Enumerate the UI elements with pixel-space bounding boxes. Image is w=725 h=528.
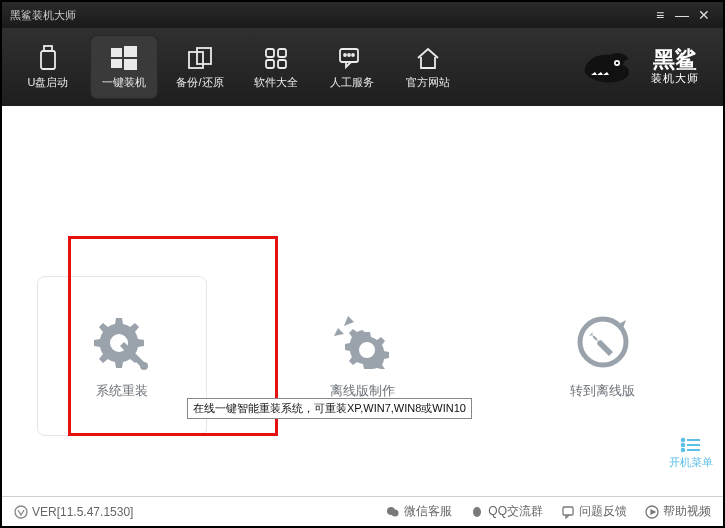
svg-rect-7 bbox=[197, 48, 211, 64]
nav-website[interactable]: 官方网站 bbox=[394, 35, 462, 99]
brand-text: 黑鲨 装机大师 bbox=[639, 49, 711, 86]
chat-icon bbox=[337, 45, 367, 71]
gear-spark-icon bbox=[330, 312, 394, 370]
svg-rect-11 bbox=[278, 60, 286, 68]
svg-point-20 bbox=[682, 439, 685, 442]
nav-label: 软件大全 bbox=[254, 75, 298, 90]
app-title: 黑鲨装机大师 bbox=[10, 8, 76, 23]
tooltip: 在线一键智能重装系统，可重装XP,WIN7,WIN8或WIN10 bbox=[187, 398, 472, 419]
version: VER[11.5.47.1530] bbox=[14, 505, 133, 519]
wrench-circle-icon bbox=[571, 312, 635, 370]
usb-icon bbox=[33, 45, 63, 71]
nav-oneclick-install[interactable]: 一键装机 bbox=[90, 35, 158, 99]
status-bar: VER[11.5.47.1530] 微信客服 QQ交流群 问题反馈 帮助视频 bbox=[2, 496, 723, 526]
shark-icon bbox=[577, 45, 633, 89]
status-help-video[interactable]: 帮助视频 bbox=[645, 503, 711, 520]
svg-rect-8 bbox=[266, 49, 274, 57]
svg-rect-9 bbox=[278, 49, 286, 57]
wechat-icon bbox=[386, 505, 400, 519]
svg-point-14 bbox=[348, 54, 350, 56]
card-system-reinstall[interactable]: 系统重装 bbox=[37, 276, 207, 436]
nav-label: U盘启动 bbox=[28, 75, 69, 90]
list-icon bbox=[680, 437, 702, 453]
svg-rect-2 bbox=[111, 48, 122, 57]
status-wechat[interactable]: 微信客服 bbox=[386, 503, 452, 520]
svg-rect-10 bbox=[266, 60, 274, 68]
video-icon bbox=[645, 505, 659, 519]
brand-line2: 装机大师 bbox=[639, 71, 711, 86]
svg-rect-6 bbox=[189, 52, 203, 68]
status-feedback[interactable]: 问题反馈 bbox=[561, 503, 627, 520]
card-label: 系统重装 bbox=[96, 382, 148, 400]
content-area: 系统重装 离线版制作 转到离线版 在线一键智能重装系统，可重装XP,WIN7,W… bbox=[2, 106, 723, 476]
nav-usb-boot[interactable]: U盘启动 bbox=[14, 35, 82, 99]
svg-rect-1 bbox=[44, 46, 52, 51]
title-bar: 黑鲨装机大师 ≡ — ✕ bbox=[2, 2, 723, 28]
status-label: 微信客服 bbox=[404, 503, 452, 520]
feedback-icon bbox=[561, 505, 575, 519]
svg-rect-3 bbox=[124, 46, 137, 57]
nav-label: 备份/还原 bbox=[176, 75, 223, 90]
nav-software[interactable]: 软件大全 bbox=[242, 35, 310, 99]
brand: 黑鲨 装机大师 bbox=[577, 45, 711, 89]
apps-icon bbox=[261, 45, 291, 71]
svg-point-15 bbox=[352, 54, 354, 56]
toolbar: U盘启动 一键装机 备份/还原 软件大全 人工服务 官方网站 bbox=[2, 28, 723, 106]
nav-label: 人工服务 bbox=[330, 75, 374, 90]
svg-point-29 bbox=[473, 507, 481, 517]
nav-label: 一键装机 bbox=[102, 75, 146, 90]
version-text: VER[11.5.47.1530] bbox=[32, 505, 133, 519]
svg-point-22 bbox=[682, 444, 685, 447]
windows-icon bbox=[109, 45, 139, 71]
card-goto-offline[interactable]: 转到离线版 bbox=[518, 276, 688, 436]
svg-point-28 bbox=[392, 509, 399, 516]
svg-point-13 bbox=[344, 54, 346, 56]
copy-icon bbox=[185, 45, 215, 71]
status-label: QQ交流群 bbox=[488, 503, 543, 520]
gear-wrench-icon bbox=[90, 312, 154, 370]
status-qq[interactable]: QQ交流群 bbox=[470, 503, 543, 520]
status-label: 帮助视频 bbox=[663, 503, 711, 520]
card-label: 转到离线版 bbox=[570, 382, 635, 400]
nav-backup-restore[interactable]: 备份/还原 bbox=[166, 35, 234, 99]
svg-rect-0 bbox=[41, 51, 55, 69]
nav-support[interactable]: 人工服务 bbox=[318, 35, 386, 99]
qq-icon bbox=[470, 505, 484, 519]
svg-rect-30 bbox=[563, 507, 573, 515]
close-button[interactable]: ✕ bbox=[693, 4, 715, 26]
boot-menu-label: 开机菜单 bbox=[669, 455, 713, 470]
boot-menu-button[interactable]: 开机菜单 bbox=[669, 437, 713, 470]
status-label: 问题反馈 bbox=[579, 503, 627, 520]
svg-point-17 bbox=[616, 62, 619, 65]
menu-button[interactable]: ≡ bbox=[649, 4, 671, 26]
brand-line1: 黑鲨 bbox=[639, 49, 711, 71]
version-icon bbox=[14, 505, 28, 519]
svg-rect-5 bbox=[124, 59, 137, 70]
minimize-button[interactable]: — bbox=[671, 4, 693, 26]
svg-rect-4 bbox=[111, 59, 122, 68]
home-icon bbox=[413, 45, 443, 71]
svg-point-24 bbox=[682, 449, 685, 452]
nav-label: 官方网站 bbox=[406, 75, 450, 90]
svg-point-18 bbox=[140, 362, 148, 370]
